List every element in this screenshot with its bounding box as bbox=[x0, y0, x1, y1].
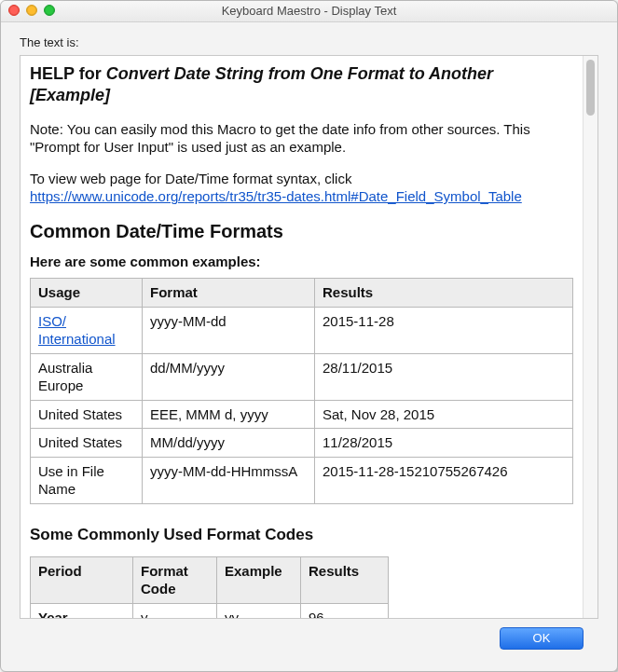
col-period: Period bbox=[31, 556, 133, 603]
col-usage: Usage bbox=[31, 279, 143, 308]
scrollbar[interactable] bbox=[583, 56, 597, 618]
codes-table: Period Format Code Example Results Yeary… bbox=[30, 556, 389, 618]
minimize-icon[interactable] bbox=[26, 5, 37, 16]
content-wrapper: HELP for Convert Date String from One Fo… bbox=[20, 55, 598, 619]
help-note: Note: You can easily mod this Macro to g… bbox=[30, 120, 573, 157]
link-paragraph: To view web page for Date/Time format sy… bbox=[30, 170, 573, 206]
table-row: Yearyyy yyyy96 1996 bbox=[31, 603, 389, 618]
cell-usage: Use in File Name bbox=[31, 457, 143, 503]
table-row: United StatesMM/dd/yyyy11/28/2015 bbox=[31, 429, 573, 458]
cell-example: yy yyyy bbox=[217, 603, 301, 618]
formats-table: Usage Format Results ISO/ Internationaly… bbox=[30, 278, 573, 504]
cell-result: 28/11/2015 bbox=[315, 353, 573, 400]
window-title: Keyboard Maestro - Display Text bbox=[222, 4, 397, 18]
syntax-link[interactable]: https://www.unicode.org/reports/tr35/tr3… bbox=[30, 188, 522, 204]
close-icon[interactable] bbox=[8, 5, 20, 16]
titlebar: Keyboard Maestro - Display Text bbox=[1, 1, 617, 22]
cell-format: dd/MM/yyyy bbox=[143, 353, 315, 400]
cell-usage: Australia Europe bbox=[31, 353, 143, 400]
table-row: Use in File Nameyyyy-MM-dd-HHmmssA2015-1… bbox=[31, 457, 573, 503]
cell-result: 11/28/2015 bbox=[315, 429, 573, 458]
ok-button[interactable]: OK bbox=[500, 627, 584, 650]
col-example: Example bbox=[217, 556, 301, 603]
cell-result: 2015-11-28-15210755267426 bbox=[315, 457, 573, 503]
cell-result: 96 1996 bbox=[301, 603, 389, 618]
scrollbar-thumb[interactable] bbox=[586, 60, 595, 116]
cell-format: yyyy-MM-dd-HHmmssA bbox=[143, 457, 315, 503]
link-intro: To view web page for Date/Time format sy… bbox=[30, 171, 351, 186]
display-text-content: HELP for Convert Date String from One Fo… bbox=[21, 56, 583, 618]
col-results: Results bbox=[315, 279, 573, 308]
cell-format: yyyy-MM-dd bbox=[143, 307, 315, 353]
col-results2: Results bbox=[301, 556, 389, 603]
table-row: United StatesEEE, MMM d, yyyySat, Nov 28… bbox=[31, 400, 573, 429]
cell-usage: ISO/ International bbox=[31, 307, 143, 353]
col-code: Format Code bbox=[133, 556, 217, 603]
cell-code: y bbox=[133, 603, 217, 618]
text-label: The text is: bbox=[20, 35, 598, 49]
window: Keyboard Maestro - Display Text The text… bbox=[0, 0, 618, 672]
table-row: ISO/ Internationalyyyy-MM-dd2015-11-28 bbox=[31, 307, 573, 353]
dialog-footer: OK bbox=[20, 619, 598, 658]
cell-format: EEE, MMM d, yyyy bbox=[143, 400, 315, 429]
zoom-icon[interactable] bbox=[44, 5, 55, 16]
cell-period: Year bbox=[31, 603, 133, 618]
cell-format: MM/dd/yyyy bbox=[143, 429, 315, 458]
table-header-row: Period Format Code Example Results bbox=[31, 556, 389, 603]
table-row: Australia Europedd/MM/yyyy28/11/2015 bbox=[31, 353, 573, 400]
help-prefix: HELP for bbox=[30, 64, 106, 83]
section-common-formats: Common Date/Time Formats bbox=[30, 219, 573, 243]
cell-usage: United States bbox=[31, 400, 143, 429]
help-heading: HELP for Convert Date String from One Fo… bbox=[30, 63, 573, 107]
window-controls bbox=[8, 5, 55, 16]
cell-result: Sat, Nov 28, 2015 bbox=[315, 400, 573, 429]
cell-result: 2015-11-28 bbox=[315, 307, 573, 353]
usage-link[interactable]: ISO/ International bbox=[38, 313, 116, 348]
table-header-row: Usage Format Results bbox=[31, 279, 573, 308]
dialog-body: The text is: HELP for Convert Date Strin… bbox=[1, 22, 617, 671]
cell-usage: United States bbox=[31, 429, 143, 458]
section-codes-heading: Some Commonly Used Format Codes bbox=[30, 525, 573, 545]
section-common-sub: Here are some common examples: bbox=[30, 253, 573, 271]
col-format: Format bbox=[143, 279, 315, 308]
